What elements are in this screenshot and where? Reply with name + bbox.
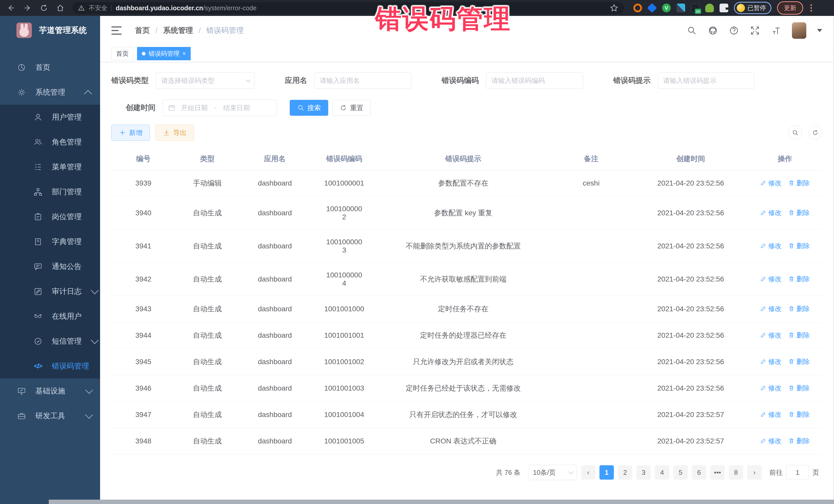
delete-link[interactable]: 删除	[788, 209, 810, 217]
app-name-input[interactable]	[320, 77, 406, 85]
search-button[interactable]: 搜索	[290, 100, 328, 116]
next-page-button[interactable]: ›	[747, 465, 762, 480]
breadcrumb-home[interactable]: 首页	[135, 25, 150, 36]
sidebar-item-positions[interactable]: 岗位管理	[0, 204, 100, 229]
add-button[interactable]: 新增	[111, 125, 150, 140]
sidebar-item-sms[interactable]: 短信管理	[0, 329, 100, 354]
page-button-5[interactable]: 5	[673, 465, 688, 480]
reset-button[interactable]: 重置	[332, 100, 371, 116]
delete-link[interactable]: 删除	[788, 437, 810, 445]
error-type-select[interactable]: 请选择错误码类型	[156, 72, 255, 89]
tab-home[interactable]: 首页	[111, 47, 133, 60]
delete-link[interactable]: 删除	[788, 357, 810, 366]
prev-page-button[interactable]: ‹	[581, 465, 595, 480]
bookmark-star-icon[interactable]	[610, 4, 618, 12]
back-icon[interactable]	[7, 4, 15, 12]
tab-error-code[interactable]: 错误码管理 ×	[137, 47, 191, 60]
reload-icon[interactable]	[40, 4, 48, 12]
fullscreen-icon[interactable]	[750, 25, 760, 36]
sidebar-logo-row: 芋道管理系统	[0, 16, 100, 45]
hamburger-icon[interactable]	[111, 26, 122, 35]
extensions-puzzle-icon[interactable]	[720, 4, 728, 12]
delete-link[interactable]: 删除	[788, 275, 810, 284]
sidebar-item-system[interactable]: 系统管理	[0, 80, 100, 105]
sidebar-item-menus[interactable]: 菜单管理	[0, 154, 100, 179]
sidebar-item-dev-tools[interactable]: 研发工具	[0, 403, 100, 428]
sidebar-item-roles[interactable]: 角色管理	[0, 130, 100, 154]
select-caret-icon	[568, 469, 573, 474]
tag-view-bar: 首页 错误码管理 ×	[100, 45, 833, 62]
online-users-icon	[34, 312, 43, 321]
user-avatar[interactable]	[792, 22, 806, 39]
sidebar-item-infrastructure[interactable]: 基础设施	[0, 378, 100, 403]
refresh-table-button[interactable]	[808, 126, 822, 139]
more-pages-button[interactable]: •••	[710, 465, 725, 480]
edit-link[interactable]: 修改	[760, 410, 782, 419]
page-button-6[interactable]: 6	[692, 465, 706, 480]
error-code-input[interactable]	[491, 77, 578, 85]
date-range-picker[interactable]: 开始日期 - 结束日期	[163, 100, 277, 116]
error-msg-input[interactable]	[663, 77, 749, 85]
delete-link[interactable]: 删除	[788, 179, 810, 188]
sidebar-item-announcements[interactable]: 通知公告	[0, 254, 100, 279]
extension-switch-icon[interactable]: on	[691, 4, 700, 12]
delete-link[interactable]: 删除	[788, 304, 810, 313]
toggle-search-button[interactable]	[788, 126, 802, 139]
extension-orange-icon[interactable]	[633, 4, 642, 12]
header-actions	[687, 22, 822, 39]
edit-link[interactable]: 修改	[760, 384, 782, 393]
breadcrumb-system[interactable]: 系统管理	[163, 25, 193, 36]
search-icon[interactable]	[687, 25, 697, 36]
sidebar-item-users[interactable]: 用户管理	[0, 105, 100, 130]
active-tab-dot-icon	[142, 52, 146, 56]
edit-link[interactable]: 修改	[760, 304, 782, 313]
page-button-3[interactable]: 3	[636, 465, 651, 480]
col-time: 创建时间	[634, 148, 748, 170]
browser-menu-icon[interactable]	[809, 4, 813, 12]
font-size-icon[interactable]	[771, 25, 781, 36]
goto-page-input[interactable]: 1	[786, 465, 809, 480]
page-button-2[interactable]: 2	[618, 465, 632, 480]
home-icon[interactable]	[56, 4, 65, 12]
forward-icon[interactable]	[23, 4, 32, 12]
delete-link[interactable]: 删除	[788, 410, 810, 419]
sidebar-item-online-users[interactable]: 在线用户	[0, 304, 100, 329]
export-button[interactable]: 导出	[155, 125, 194, 140]
org-tree-icon	[34, 187, 43, 197]
edit-link[interactable]: 修改	[760, 179, 782, 188]
page-button-8[interactable]: 8	[729, 465, 743, 480]
help-icon[interactable]	[729, 25, 739, 36]
page-button-1[interactable]: 1	[599, 465, 614, 480]
delete-link[interactable]: 删除	[788, 331, 810, 340]
close-tab-icon[interactable]: ×	[182, 51, 186, 57]
sidebar-item-home[interactable]: 首页	[0, 55, 100, 80]
chrome-update-button[interactable]: 更新	[777, 1, 803, 15]
error-code-input-wrap	[486, 72, 583, 89]
address-bar[interactable]: 不安全 dashboard.yudao.iocoder.cn/system/er…	[72, 2, 624, 14]
paused-profile-badge[interactable]: 已暂停	[734, 2, 771, 14]
delete-link[interactable]: 删除	[788, 384, 810, 393]
caret-down-icon[interactable]	[817, 29, 822, 32]
sidebar-item-dictionary[interactable]: 字典管理	[0, 229, 100, 254]
delete-link[interactable]: 删除	[788, 241, 810, 250]
edit-link[interactable]: 修改	[760, 209, 782, 217]
page-button-4[interactable]: 4	[655, 465, 669, 480]
edit-link[interactable]: 修改	[760, 241, 782, 250]
extension-grid-icon[interactable]	[676, 4, 685, 12]
announcement-icon	[34, 262, 43, 271]
sidebar-item-audit-log[interactable]: 审计日志	[0, 279, 100, 304]
edit-link[interactable]: 修改	[760, 357, 782, 366]
edit-link[interactable]: 修改	[760, 275, 782, 284]
edit-link[interactable]: 修改	[760, 331, 782, 340]
edit-link[interactable]: 修改	[760, 437, 782, 445]
extension-green-icon[interactable]: V	[662, 4, 671, 12]
sidebar-item-departments[interactable]: 部门管理	[0, 179, 100, 204]
sidebar-item-error-code[interactable]: </> 错误码管理	[0, 354, 100, 378]
table-row: 3940自动生成dashboard100100000 2参数配置 key 重复2…	[111, 197, 822, 230]
horizontal-scrollbar[interactable]	[49, 500, 834, 504]
table-row: 3946自动生成dashboard1001001003定时任务已经处于该状态，无…	[111, 375, 822, 401]
github-icon[interactable]	[708, 25, 718, 36]
extension-key-icon[interactable]	[705, 4, 714, 12]
extension-blue-icon[interactable]	[647, 3, 657, 13]
page-size-select[interactable]: 10条/页	[528, 465, 577, 480]
